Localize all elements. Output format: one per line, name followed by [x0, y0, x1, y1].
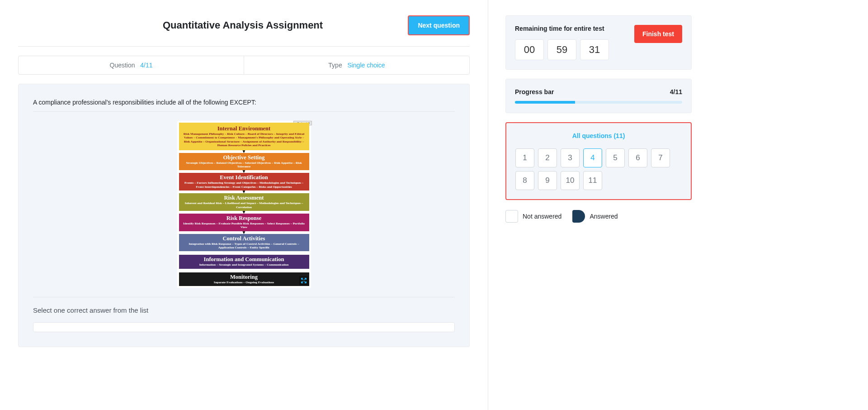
meta-question-cell: Question 4/11 — [19, 56, 244, 74]
coso-sub: Integration with Risk Response – Types o… — [181, 242, 307, 250]
progress-label: Progress bar — [515, 88, 554, 95]
coso-block-risk-response: Risk Response Identify Risk Responses – … — [179, 214, 309, 231]
coso-title: Risk Assessment — [181, 195, 307, 201]
question-nav-2[interactable]: 2 — [538, 148, 557, 167]
coso-sub: Events – Factors Influencing Strategy an… — [181, 181, 307, 189]
assignment-title: Quantitative Analysis Assignment — [163, 19, 323, 31]
all-questions-title: All questions (11) — [515, 132, 682, 139]
coso-sub: Strategic Objectives – Related Objective… — [181, 161, 307, 169]
timer-boxes: 00 59 31 — [515, 39, 609, 60]
legend-answered-icon — [572, 210, 585, 223]
progress-value: 4/11 — [670, 88, 682, 95]
timer-minutes: 59 — [547, 39, 576, 60]
coso-sub: Separate Evaluations – Ongoing Evaluatio… — [181, 281, 307, 284]
legend-answered: Answered — [572, 210, 618, 223]
meta-bar: Question 4/11 Type Single choice — [18, 56, 470, 75]
finish-test-button[interactable]: Finish test — [634, 25, 682, 43]
timer-label: Remaining time for entire test — [515, 25, 609, 32]
legend-not-answered-label: Not answered — [523, 213, 561, 220]
question-nav-3[interactable]: 3 — [561, 148, 580, 167]
question-nav-9[interactable]: 9 — [538, 171, 557, 190]
coso-title: Internal Environment — [181, 125, 307, 132]
next-question-button[interactable]: Next question — [408, 15, 470, 35]
question-nav-1[interactable]: 1 — [515, 148, 534, 167]
expand-image-icon[interactable] — [299, 276, 308, 285]
coso-block-risk-assessment: Risk Assessment Inherent and Residual Ri… — [179, 193, 309, 211]
coso-block-event-identification: Event Identification Events – Factors In… — [179, 173, 309, 191]
question-navigator-grid: 1234567891011 — [515, 148, 682, 190]
question-text: A compliance professional's responsibili… — [33, 99, 455, 106]
meta-question-value: 4/11 — [140, 62, 152, 69]
all-questions-panel: All questions (11) 1234567891011 — [505, 122, 692, 200]
question-image-wrap: × Replace IoO Internal Environment Risk … — [33, 121, 455, 288]
legend-answered-label: Answered — [590, 213, 618, 220]
coso-title: Control Activities — [181, 235, 307, 242]
question-nav-10[interactable]: 10 — [561, 171, 580, 190]
question-nav-6[interactable]: 6 — [628, 148, 647, 167]
progress-panel: Progress bar 4/11 — [505, 79, 692, 113]
coso-sub: Information – Strategic and Integrated S… — [181, 263, 307, 267]
progress-fill — [515, 101, 575, 104]
question-nav-4[interactable]: 4 — [583, 148, 602, 167]
coso-sub: Risk Management Philosophy – Risk Cultur… — [181, 132, 307, 148]
coso-block-monitoring: Monitoring Separate Evaluations – Ongoin… — [179, 272, 309, 286]
coso-title: Risk Response — [181, 215, 307, 222]
question-body: A compliance professional's responsibili… — [18, 84, 470, 347]
question-nav-5[interactable]: 5 — [606, 148, 625, 167]
question-nav-7[interactable]: 7 — [651, 148, 670, 167]
coso-block-internal-environment: Internal Environment Risk Management Phi… — [179, 123, 309, 150]
header-row: Quantitative Analysis Assignment Next qu… — [0, 0, 488, 46]
coso-block-information-communication: Information and Communication Informatio… — [179, 255, 309, 268]
question-instruction: Select one correct answer from the list — [33, 306, 455, 314]
coso-sub: Inherent and Residual Risk – Likelihood … — [181, 201, 307, 209]
coso-block-objective-setting: Objective Setting Strategic Objectives –… — [179, 153, 309, 171]
coso-title: Event Identification — [181, 174, 307, 181]
coso-sub: Identify Risk Responses – Evaluate Possi… — [181, 222, 307, 229]
coso-diagram: × Replace IoO Internal Environment Risk … — [177, 121, 311, 288]
coso-block-control-activities: Control Activities Integration with Risk… — [179, 234, 309, 252]
meta-question-label: Question — [110, 62, 135, 69]
timer-seconds: 31 — [580, 39, 609, 60]
legend: Not answered Answered — [505, 209, 692, 223]
progress-track — [515, 101, 682, 104]
answer-options-area[interactable] — [33, 322, 455, 332]
side-column: Remaining time for entire test 00 59 31 … — [488, 0, 868, 410]
coso-gap — [179, 251, 309, 255]
legend-not-answered: Not answered — [505, 210, 561, 223]
meta-type-label: Type — [328, 62, 342, 69]
main-column: Quantitative Analysis Assignment Next qu… — [0, 0, 488, 410]
question-divider-bottom — [33, 297, 455, 297]
legend-not-answered-icon — [505, 210, 518, 223]
coso-title: Monitoring — [181, 274, 307, 281]
timer-panel: Remaining time for entire test 00 59 31 … — [505, 15, 692, 70]
question-divider-top — [33, 111, 455, 112]
coso-title: Information and Communication — [181, 256, 307, 263]
coso-title: Objective Setting — [181, 154, 307, 161]
question-nav-11[interactable]: 11 — [583, 171, 602, 190]
header-divider — [18, 46, 470, 47]
coso-gap — [179, 269, 309, 272]
meta-type-value: Single choice — [347, 62, 385, 69]
meta-bar-wrap: Question 4/11 Type Single choice — [0, 56, 488, 75]
meta-type-cell: Type Single choice — [244, 56, 469, 74]
timer-hours: 00 — [515, 39, 544, 60]
question-nav-8[interactable]: 8 — [515, 171, 534, 190]
